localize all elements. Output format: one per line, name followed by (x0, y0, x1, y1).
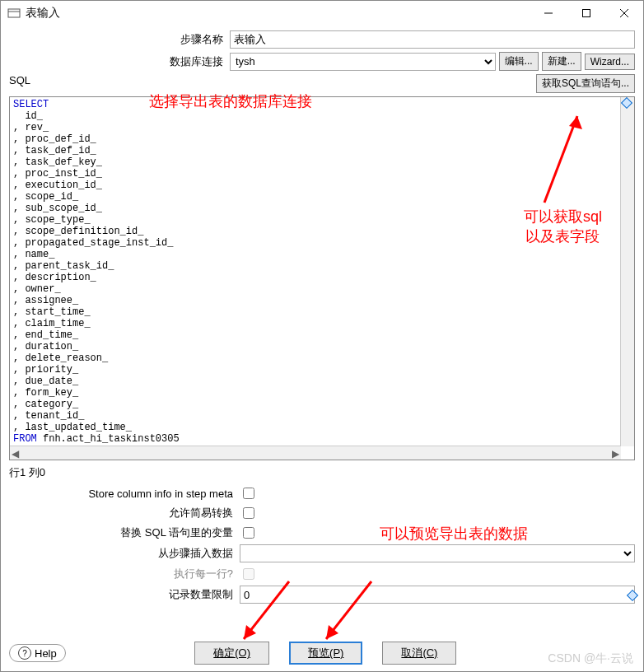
allow-lazy-checkbox[interactable] (243, 507, 254, 519)
allow-lazy-label: 允许简易转换 (9, 506, 240, 520)
minimize-button[interactable] (530, 1, 567, 26)
from-step-label: 从步骤插入数据 (9, 546, 240, 561)
ok-button[interactable]: 确定(O) (194, 642, 269, 665)
sql-editor[interactable]: SELECT id_ , rev_ , proc_def_id_ , task_… (10, 97, 621, 446)
exec-each-label: 执行每一行? (9, 567, 240, 581)
replace-var-label: 替换 SQL 语句里的变量 (9, 525, 240, 540)
db-connection-label: 数据库连接 (9, 54, 230, 69)
horizontal-scrollbar[interactable]: ◀ ▶ (10, 446, 621, 460)
step-name-label: 步骤名称 (9, 32, 230, 47)
cancel-button[interactable]: 取消(C) (382, 642, 456, 665)
svg-rect-0 (8, 9, 20, 17)
window-title: 表输入 (26, 6, 530, 21)
app-icon (7, 7, 21, 20)
exec-each-checkbox (243, 568, 254, 580)
store-meta-checkbox[interactable] (243, 488, 254, 499)
svg-marker-11 (326, 625, 338, 639)
replace-var-checkbox[interactable] (243, 527, 254, 539)
store-meta-label: Store column info in step meta (9, 488, 240, 500)
vertical-scrollbar[interactable] (620, 97, 634, 446)
help-button[interactable]: ? Help (9, 644, 66, 662)
limit-label: 记录数量限制 (9, 587, 240, 602)
maximize-button[interactable] (567, 1, 605, 26)
wizard-button[interactable]: Wizard... (585, 54, 635, 70)
dialog-window: 表输入 步骤名称 数据库连接 tysh 编辑... 新建... Wizard..… (0, 0, 644, 672)
sql-label: SQL (9, 74, 536, 86)
svg-marker-9 (244, 625, 256, 639)
from-step-select[interactable] (240, 544, 635, 562)
help-icon: ? (18, 646, 31, 660)
close-button[interactable] (605, 1, 643, 26)
db-connection-select[interactable]: tysh (230, 53, 496, 71)
limit-input[interactable] (240, 586, 635, 604)
sql-editor-container: SELECT id_ , rev_ , proc_def_id_ , task_… (9, 96, 635, 460)
preview-button[interactable]: 预览(P) (289, 642, 362, 665)
edit-connection-button[interactable]: 编辑... (499, 52, 539, 71)
cursor-position-status: 行1 列0 (9, 465, 635, 480)
step-name-input[interactable] (230, 30, 635, 49)
new-connection-button[interactable]: 新建... (542, 52, 581, 71)
get-sql-button[interactable]: 获取SQL查询语句... (536, 74, 635, 93)
svg-rect-3 (583, 10, 590, 17)
title-bar: 表输入 (1, 1, 643, 26)
